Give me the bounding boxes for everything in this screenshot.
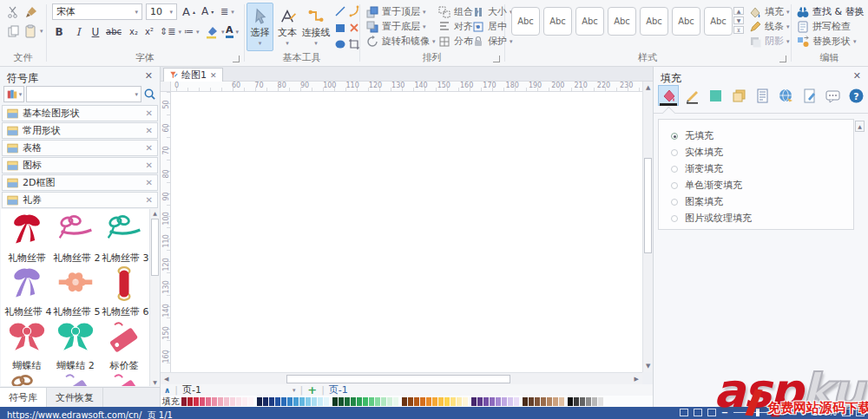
shape-fill-button[interactable]: 填充▾ <box>748 5 790 18</box>
symbol-item[interactable]: 礼物丝带 6 <box>102 265 147 318</box>
color-swatch[interactable] <box>393 397 398 406</box>
color-swatch[interactable] <box>324 397 329 406</box>
color-swatch[interactable] <box>432 397 437 406</box>
symbol-item-partial[interactable] <box>4 370 49 386</box>
color-swatch[interactable] <box>514 397 519 406</box>
radio-icon[interactable] <box>671 149 678 156</box>
copy-icon[interactable] <box>6 24 20 38</box>
color-swatch[interactable] <box>275 397 280 406</box>
select-tool-button[interactable]: 选择▾ <box>247 3 273 51</box>
color-swatch[interactable] <box>339 397 344 406</box>
document-tab[interactable]: 绘图1 ✕ <box>163 68 223 82</box>
fill-option-1[interactable]: 实体填充 <box>671 144 853 160</box>
color-swatch[interactable] <box>332 397 338 406</box>
color-swatch[interactable] <box>306 397 311 406</box>
view-normal-icon[interactable] <box>680 409 688 416</box>
font-dialog-launcher-icon[interactable] <box>233 56 240 62</box>
color-swatch[interactable] <box>318 397 323 406</box>
style-dialog-launcher-icon[interactable] <box>779 56 786 62</box>
color-swatch[interactable] <box>559 397 564 406</box>
close-icon[interactable]: ✕ <box>146 195 153 205</box>
color-swatch[interactable] <box>312 397 317 406</box>
quick-style-icon[interactable] <box>705 85 726 106</box>
hyperlink-globe-icon[interactable] <box>775 85 796 106</box>
scroll-left-icon[interactable]: ◀ <box>164 376 168 383</box>
color-swatch[interactable] <box>263 397 268 406</box>
color-swatch[interactable] <box>257 397 262 406</box>
find-replace-button[interactable]: 查找 & 替换 <box>796 5 865 18</box>
color-swatch[interactable] <box>212 397 217 406</box>
symbol-item[interactable]: 礼物丝带 5 <box>53 265 98 318</box>
fill-option-4[interactable]: 图案填充 <box>671 193 853 210</box>
style-sample-5[interactable]: Abc <box>640 7 668 36</box>
style-sample-1[interactable]: Abc <box>511 7 540 36</box>
color-swatch[interactable] <box>490 397 495 406</box>
close-icon[interactable]: ✕ <box>146 126 153 135</box>
color-swatch[interactable] <box>181 397 187 406</box>
color-swatch[interactable] <box>269 397 274 406</box>
subscript-button[interactable]: x₂ <box>127 27 141 36</box>
help-icon[interactable]: ? <box>845 85 866 106</box>
page-name[interactable]: 页-1 <box>329 383 348 396</box>
panel-scroll-up-icon[interactable]: ▲ <box>855 121 865 132</box>
close-icon[interactable]: ✕ <box>853 70 861 82</box>
scroll-up-icon[interactable]: ▲ <box>646 84 650 91</box>
search-icon[interactable] <box>143 86 156 102</box>
color-swatch[interactable] <box>463 397 468 406</box>
center-button[interactable]: 居中 <box>471 20 507 33</box>
underline-button[interactable]: U <box>89 26 102 38</box>
size-button[interactable]: 大小▾ <box>471 5 513 18</box>
symbol-item[interactable]: 礼物丝带 2 <box>53 211 98 265</box>
align-menu-button[interactable]: ≣▾ <box>220 6 234 17</box>
text-tool-button[interactable]: 文本▾ <box>275 3 299 51</box>
shape-shadow-button[interactable]: 阴影▾ <box>748 35 790 48</box>
shape-line-button[interactable]: 线条▾ <box>748 20 790 33</box>
symbol-item-partial[interactable] <box>53 370 98 386</box>
scroll-right-icon[interactable]: ▶ <box>635 376 639 383</box>
scroll-down-icon[interactable]: ▼ <box>646 363 650 370</box>
gallery-expand-icon[interactable]: ⊻ <box>733 26 744 34</box>
color-swatch[interactable] <box>345 397 350 406</box>
line-shape-icon[interactable] <box>333 4 347 18</box>
style-sample-7[interactable]: Abc <box>704 7 733 36</box>
line-tab-icon[interactable] <box>681 85 702 106</box>
color-swatch[interactable] <box>224 397 229 406</box>
connector-tool-button[interactable]: 连接线▾ <box>301 3 331 51</box>
color-swatch[interactable] <box>496 397 501 406</box>
cut-icon[interactable] <box>6 5 20 19</box>
color-swatch[interactable] <box>299 397 305 406</box>
hyperlink-text[interactable]: https://www.edrawsoft.com/cn/ <box>7 410 141 419</box>
category-item-3[interactable]: 图标✕ <box>2 157 158 173</box>
style-sample-3[interactable]: Abc <box>575 7 604 36</box>
fill-option-3[interactable]: 单色渐变填充 <box>671 177 853 193</box>
bold-button[interactable]: B <box>52 26 66 38</box>
horizontal-scrollbar[interactable]: ◀ ▶ <box>161 372 642 384</box>
view-outline-icon[interactable] <box>707 409 716 416</box>
spell-check-button[interactable]: 拼写检查 <box>796 20 851 33</box>
scroll-up-icon[interactable]: ▲ <box>150 210 159 216</box>
symbol-item-partial[interactable] <box>102 370 147 386</box>
close-icon[interactable]: ✕ <box>145 70 153 82</box>
color-swatch[interactable] <box>457 397 462 406</box>
color-swatch[interactable] <box>426 397 431 406</box>
line-spacing-button[interactable]: ⇕≣▾ <box>160 26 181 37</box>
page-tab[interactable]: 页-1 <box>182 383 201 396</box>
tab-file-recovery[interactable]: 文件恢复 <box>47 388 103 407</box>
close-icon[interactable]: ✕ <box>146 160 153 170</box>
color-swatch[interactable] <box>357 397 362 406</box>
color-swatch[interactable] <box>375 397 380 406</box>
add-page-button[interactable]: + <box>307 383 317 396</box>
close-icon[interactable]: ✕ <box>146 178 153 187</box>
color-swatch[interactable] <box>553 397 558 406</box>
color-swatch[interactable] <box>230 397 235 406</box>
symbol-item[interactable]: 蝴蝶结 <box>4 318 49 372</box>
document-props-icon[interactable] <box>752 85 773 106</box>
style-sample-4[interactable]: Abc <box>608 7 636 36</box>
color-swatch[interactable] <box>568 397 573 406</box>
grow-font-button[interactable]: A▴ <box>182 5 195 18</box>
color-swatch[interactable] <box>471 397 477 406</box>
color-swatch[interactable] <box>414 397 419 406</box>
color-swatch[interactable] <box>194 397 199 406</box>
search-box[interactable]: ▾ <box>26 86 141 102</box>
color-swatch[interactable] <box>281 397 286 406</box>
